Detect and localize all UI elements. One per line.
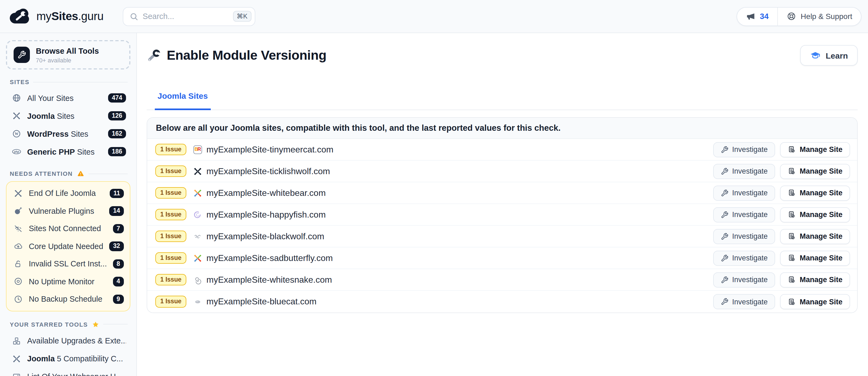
count-badge: 11 [110, 189, 124, 198]
favicon-gray-blob [193, 297, 202, 306]
sidebar-item-sites-not-connected[interactable]: Sites Not Connected 7 [7, 220, 129, 237]
investigate-button[interactable]: Investigate [713, 207, 775, 222]
issue-count-badge: 1 Issue [155, 187, 186, 199]
wifi-off-icon [13, 224, 23, 233]
search-icon [129, 12, 138, 21]
sidebar-item-wordpress-sites[interactable]: W WordPress Sites 162 [0, 125, 136, 143]
learn-button[interactable]: Learn [800, 45, 858, 66]
announcements-button[interactable]: 34 [737, 7, 777, 25]
graduation-cap-icon [810, 50, 821, 61]
count-badge: 162 [108, 129, 126, 139]
tab-bar: Joomla Sites [147, 91, 858, 110]
cloud-upload-icon [13, 242, 23, 251]
site-name: myExampleSite-happyfish.com [207, 210, 326, 219]
help-support-button[interactable]: Help & Support [778, 7, 861, 25]
site-row: 1 Issue myExampleSite-happyfish.com Inve… [147, 204, 857, 226]
unlocked-padlock-icon [13, 259, 23, 269]
warning-triangle-icon [76, 170, 85, 177]
favicon-joomla-color [193, 189, 202, 197]
section-header-sites: SITES [10, 79, 128, 85]
cubes-icon [12, 336, 21, 345]
investigate-button[interactable]: Investigate [713, 142, 775, 157]
cloud-wrench-logo-icon [9, 7, 31, 26]
sidebar-item-joomla5-compatibility[interactable]: Joomla 5 Compatibility C... [0, 350, 136, 368]
site-row: 1 Issue myExampleSite-bluecat.com Invest… [147, 291, 857, 312]
needs-attention-panel: End Of Life Joomla 11 Vulnerable Plugins [6, 181, 130, 311]
sidebar-item-all-your-sites[interactable]: All Your Sites 474 [0, 89, 136, 107]
announcements-count: 34 [760, 12, 769, 21]
manage-site-button[interactable]: Manage Site [780, 207, 850, 222]
sidebar-item-no-uptime-monitor[interactable]: No Uptime Monitor 4 [7, 273, 129, 290]
issue-count-badge: 1 Issue [155, 274, 186, 286]
investigate-button[interactable]: Investigate [713, 250, 775, 266]
star-icon [92, 320, 99, 328]
investigate-button[interactable]: Investigate [713, 229, 775, 244]
app: mySites.guru ⌘K 34 [0, 0, 868, 376]
manage-site-button[interactable]: Manage Site [780, 164, 850, 179]
site-name: myExampleSite-tinymeercat.com [207, 145, 334, 155]
starred-tools-nav: Available Upgrades & Exte... Joomla 5 Co… [0, 332, 136, 376]
joomla-icon [12, 111, 21, 121]
issue-count-badge: 1 Issue [155, 166, 186, 177]
sidebar-item-end-of-life-joomla[interactable]: End Of Life Joomla 11 [7, 184, 129, 202]
count-badge: 186 [108, 147, 126, 157]
issue-count-badge: 1 Issue [155, 209, 186, 220]
count-badge: 4 [113, 277, 124, 286]
manage-site-button[interactable]: Manage Site [780, 250, 850, 266]
count-badge: 7 [113, 224, 124, 233]
sidebar-item-webserver-list[interactable]: List Of Your Webserver H... [0, 368, 136, 376]
manage-site-button[interactable]: Manage Site [780, 142, 850, 157]
site-row: 1 Issue myExampleSite-blackwolf.com Inve… [147, 226, 857, 247]
main-content: Enable Module Versioning Learn Joomla Si… [137, 33, 868, 376]
sites-card: Below are all your Joomla sites, compati… [147, 117, 858, 313]
manage-site-button[interactable]: Manage Site [780, 185, 850, 201]
manage-site-button[interactable]: Manage Site [780, 229, 850, 244]
wrench-emoji-icon [147, 48, 161, 63]
investigate-button[interactable]: Investigate [713, 164, 775, 179]
favicon-br-logo: BR [193, 145, 202, 154]
investigate-button[interactable]: Investigate [713, 294, 775, 309]
site-name: myExampleSite-whitesnake.com [207, 275, 332, 284]
global-search[interactable]: ⌘K [123, 7, 255, 26]
sidebar-item-generic-php-sites[interactable]: php Generic PHP Sites 186 [0, 143, 136, 161]
globe-icon [12, 93, 21, 103]
wrench-icon [13, 47, 30, 63]
site-row: 1 Issue myExampleSite-ticklishwolf.com I… [147, 161, 857, 182]
wordpress-icon: W [12, 129, 21, 138]
svg-text:php: php [13, 150, 19, 153]
manage-site-button[interactable]: Manage Site [780, 294, 850, 309]
count-badge: 8 [113, 259, 124, 269]
sidebar-item-vulnerable-plugins[interactable]: Vulnerable Plugins 14 [7, 202, 129, 220]
site-row: 1 Issue myExampleSite-sadbutterfly.com [147, 247, 857, 269]
favicon-purple-swirl [193, 210, 202, 219]
sidebar-item-core-update-needed[interactable]: Core Update Needed 32 [7, 237, 129, 255]
issue-count-badge: 1 Issue [155, 231, 186, 242]
browse-all-tools-card[interactable]: Browse All Tools 70+ available [6, 40, 130, 69]
sidebar: Browse All Tools 70+ available SITES All… [0, 33, 137, 376]
issue-count-badge: 1 Issue [155, 296, 186, 308]
investigate-button[interactable]: Investigate [713, 272, 775, 287]
tab-joomla-sites[interactable]: Joomla Sites [155, 91, 211, 110]
issue-count-badge: 1 Issue [155, 144, 186, 156]
bomb-icon [13, 206, 23, 216]
browse-all-tools-subtitle: 70+ available [36, 57, 99, 64]
investigate-button[interactable]: Investigate [713, 185, 775, 201]
search-input[interactable] [143, 12, 228, 21]
sidebar-item-invalid-ssl-cert[interactable]: Invalid SSL Cert Inst... 8 [7, 255, 129, 273]
count-badge: 32 [109, 241, 124, 251]
sidebar-item-no-backup-schedule[interactable]: No Backup Schedule 9 [7, 290, 129, 308]
help-support-label: Help & Support [801, 12, 852, 21]
topbar-pill-group: 34 Help & Support [737, 7, 862, 26]
card-intro-text: Below are all your Joomla sites, compati… [147, 118, 857, 139]
manage-site-button[interactable]: Manage Site [780, 272, 850, 287]
brand-logo[interactable]: mySites.guru [9, 7, 103, 26]
site-name: myExampleSite-whitebear.com [207, 188, 326, 198]
sidebar-item-available-upgrades[interactable]: Available Upgrades & Exte... [0, 332, 136, 350]
section-header-needs-attention: NEEDS ATTENTION [10, 170, 128, 177]
favicon-joomla-color [193, 254, 202, 262]
sidebar-item-joomla-sites[interactable]: Joomla Sites 126 [0, 107, 136, 125]
count-badge: 14 [109, 206, 124, 216]
circle-dot-icon [13, 277, 23, 286]
site-name: myExampleSite-ticklishwolf.com [207, 166, 330, 176]
php-icon: php [12, 147, 21, 156]
